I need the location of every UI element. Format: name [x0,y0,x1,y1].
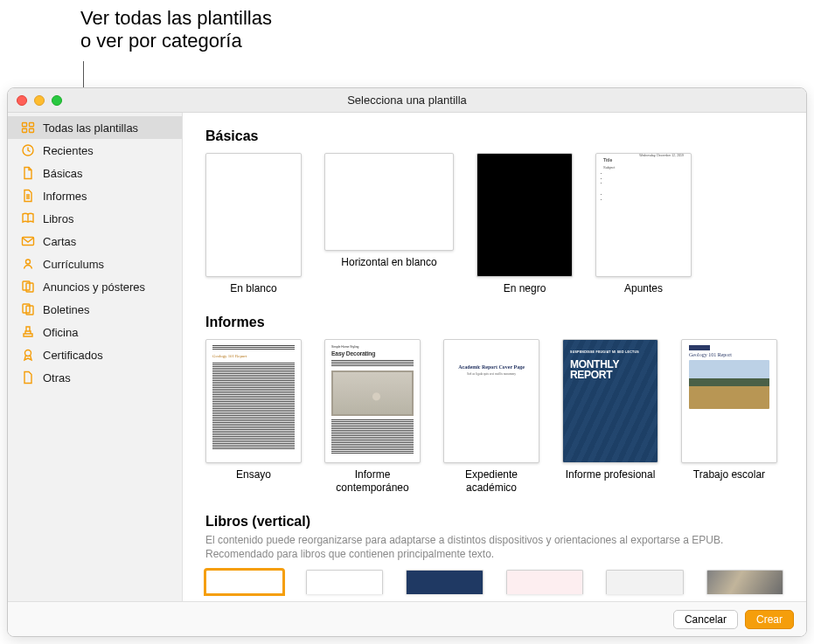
grid-icon [20,121,35,135]
template-thumbnail: SUSPENDISSE FEUGIAT MI SED LECTUS MONTHL… [562,339,658,463]
window-title: Selecciona una plantilla [8,93,806,107]
book-icon [20,211,35,226]
template-label: Informe profesional [566,468,656,481]
sidebar-item-other[interactable]: Otras [8,366,182,389]
sidebar-item-label: Informes [43,190,87,203]
template-book-1[interactable] [205,570,283,594]
cancel-button[interactable]: Cancelar [673,610,738,629]
sidebar-item-label: Todas las plantillas [43,121,138,135]
document-icon [20,166,35,181]
template-thumbnail [324,153,454,251]
ribbon-icon [20,348,35,363]
svg-point-6 [25,260,30,264]
template-professional-report[interactable]: SUSPENDISSE FEUGIAT MI SED LECTUS MONTHL… [562,339,658,495]
pages-icon [20,302,35,317]
annotation-line-2: o ver por categoría [80,30,272,52]
template-thumbnail: Academic Report Cover Page Sed ac ligula… [443,339,539,463]
template-thumbnail [205,153,302,277]
button-label: Cancelar [685,613,727,626]
template-thumbnail: Simple Home Styling Easy Decorating [324,339,421,463]
sidebar-item-label: Recientes [43,144,94,157]
sidebar-item-reports[interactable]: Informes [8,184,182,207]
template-chooser-window: Selecciona una plantilla Todas las plant… [7,87,807,637]
bottom-toolbar: Cancelar Crear [8,601,806,636]
template-thumbnail: Geology 101 Report [205,339,302,463]
template-thumbnail [477,153,573,277]
svg-rect-3 [29,128,33,132]
sidebar-item-label: Otras [43,371,71,384]
template-black[interactable]: En negro [477,153,573,295]
template-grid-reports: Geology 101 Report Ensayo Simple Home St… [198,339,790,510]
template-thumbnail: Geology 101 Report [681,339,777,463]
document-lines-icon [20,189,35,204]
template-grid-basic: En blanco Horizontal en blanco En negro … [198,153,790,311]
template-book-4[interactable] [506,570,584,594]
create-button[interactable]: Crear [745,610,794,629]
section-title-basic: Básicas [205,128,790,144]
sidebar-item-certificates[interactable]: Certificados [8,343,182,366]
person-icon [20,257,35,272]
sidebar-item-recents[interactable]: Recientes [8,139,182,162]
template-academic-report[interactable]: Academic Report Cover Page Sed ac ligula… [443,339,539,495]
window-titlebar: Selecciona una plantilla [8,88,806,113]
document-icon [20,370,35,385]
sidebar-item-label: Oficina [43,326,78,339]
template-school-report[interactable]: Geology 101 Report Trabajo escolar [681,339,777,495]
template-notes[interactable]: Wednesday, December 12, 2019 Title Subje… [595,153,692,295]
category-sidebar: Todas las plantillas Recientes Básicas I… [8,113,183,601]
section-title-books: Libros (vertical) [205,514,790,530]
sidebar-item-label: Anuncios y pósteres [43,280,145,294]
window-body: Todas las plantillas Recientes Básicas I… [8,113,806,601]
sidebar-item-label: Básicas [43,167,83,180]
button-label: Crear [756,613,783,626]
sidebar-item-basic[interactable]: Básicas [8,162,182,184]
sidebar-item-resumes[interactable]: Currículums [8,253,182,275]
template-book-2[interactable] [306,570,384,594]
template-grid-area: Básicas En blanco Horizontal en blanco E… [183,113,806,601]
annotation-callout: Ver todas las plantillas o ver por categ… [80,7,272,53]
sidebar-item-all-templates[interactable]: Todas las plantillas [8,116,182,139]
svg-point-11 [24,350,31,357]
template-label: Trabajo escolar [693,468,765,481]
sidebar-item-label: Currículums [43,258,104,271]
template-blank-landscape[interactable]: Horizontal en blanco [324,153,454,295]
template-grid-books [198,570,790,594]
svg-rect-2 [22,128,26,132]
template-thumbnail: Wednesday, December 12, 2019 Title Subje… [595,153,692,277]
stamp-icon [20,325,35,340]
section-title-reports: Informes [205,315,790,330]
clock-icon [20,143,35,158]
template-blank[interactable]: En blanco [205,153,302,295]
template-label: Informe contemporáneo [324,468,421,495]
annotation-line-1: Ver todas las plantillas [80,7,272,30]
svg-rect-1 [29,123,33,127]
sidebar-item-label: Libros [43,212,73,225]
template-label: Expediente académico [443,468,539,495]
envelope-icon [20,234,35,249]
template-label: En blanco [230,282,276,295]
sidebar-item-label: Cartas [43,235,76,248]
template-label: Horizontal en blanco [341,256,436,269]
sidebar-item-office[interactable]: Oficina [8,321,182,343]
template-label: Apuntes [624,282,663,295]
sidebar-item-letters[interactable]: Cartas [8,230,182,253]
template-label: Ensayo [236,468,271,481]
svg-rect-0 [22,123,26,127]
sidebar-item-posters[interactable]: Anuncios y pósteres [8,275,182,298]
template-book-5[interactable] [606,570,684,594]
sidebar-item-label: Boletines [43,303,89,316]
sidebar-item-newsletters[interactable]: Boletines [8,298,182,321]
pages-icon [20,280,35,294]
template-essay[interactable]: Geology 101 Report Ensayo [205,339,302,495]
template-book-3[interactable] [406,570,484,594]
template-book-6[interactable] [706,570,784,594]
template-label: En negro [504,282,546,295]
sidebar-item-books[interactable]: Libros [8,207,182,230]
template-contemporary-report[interactable]: Simple Home Styling Easy Decorating Info… [324,339,421,495]
section-description-books: El contenido puede reorganizarse para ad… [205,533,790,561]
sidebar-item-label: Certificados [43,349,103,362]
